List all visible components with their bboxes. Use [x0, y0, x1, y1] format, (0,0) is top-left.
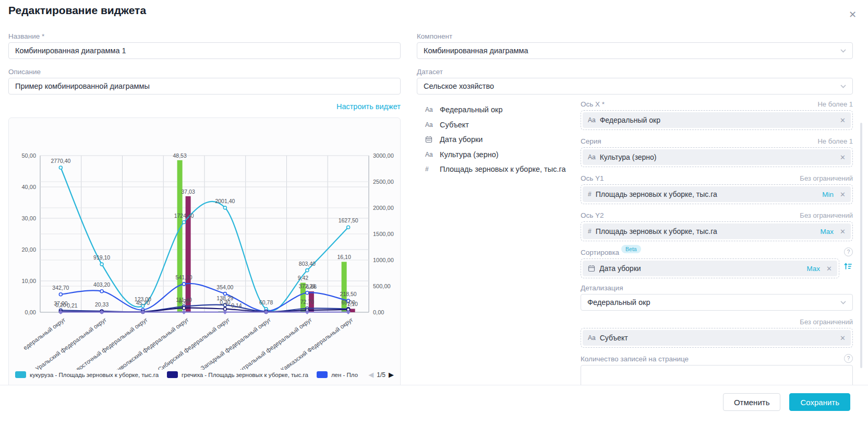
svg-text:30,00: 30,00 [21, 215, 36, 221]
svg-text:372,28: 372,28 [299, 283, 316, 289]
widget-name-input[interactable] [8, 42, 401, 59]
legend-prev-icon[interactable]: ◀ [368, 371, 373, 379]
svg-text:Центральный федеральный округ: Центральный федеральный округ [232, 316, 313, 370]
detail-label: Детализация [581, 284, 853, 292]
axis-y2-dropzone[interactable]: # Площадь зерновых к уборке, тыс.га Max … [581, 221, 853, 241]
series-swatch-navy [167, 371, 178, 378]
chip-label: Площадь зерновых к уборке, тыс.га [596, 227, 717, 235]
remove-icon[interactable]: ✕ [840, 191, 846, 198]
breakdown-dropzone[interactable]: Aa Субъект ✕ [581, 328, 853, 348]
axis-y2-chip[interactable]: # Площадь зерновых к уборке, тыс.га Max … [583, 223, 851, 239]
svg-text:342,70: 342,70 [52, 285, 69, 291]
svg-text:65,00: 65,00 [341, 299, 355, 305]
axis-x-chip[interactable]: Aa Федеральный окр ✕ [583, 112, 851, 128]
series-label: Серия [581, 137, 601, 145]
svg-text:едеральный округ: едеральный округ [22, 316, 66, 351]
scrollbar[interactable] [860, 123, 862, 368]
axis-y1-chip[interactable]: # Площадь зерновых к уборке, тыс.га Min … [583, 186, 851, 202]
svg-text:60,78: 60,78 [259, 299, 273, 305]
field-item-subekt[interactable]: Aa Субъект [425, 117, 576, 133]
remove-icon[interactable]: ✕ [840, 334, 846, 342]
legend-item[interactable]: гречиха - Площадь зерновых к уборке, тыс… [167, 371, 308, 378]
dataset-fields-list: Aa Федеральный окр Aa Субъект Дата уборк… [425, 102, 576, 177]
svg-text:0,00: 0,00 [25, 309, 36, 315]
chevron-down-icon [840, 49, 846, 53]
field-label: Дата уборки [440, 135, 483, 144]
axis-y1-label: Ось Y1 [581, 174, 604, 182]
text-field-icon: Aa [425, 151, 436, 158]
widget-description-input[interactable] [8, 78, 401, 95]
series-dropzone[interactable]: Aa Культура (зерно) ✕ [581, 147, 853, 167]
chart-legend: кукуруза - Площадь зерновых к уборке, ты… [9, 370, 400, 379]
svg-text:1724,40: 1724,40 [174, 213, 194, 219]
breakdown-chip[interactable]: Aa Субъект ✕ [583, 330, 851, 346]
field-item-data-uborki[interactable]: Дата уборки [425, 132, 576, 147]
legend-label: лен - Пло [331, 372, 358, 378]
svg-text:0,00: 0,00 [373, 309, 384, 315]
axis-y1-dropzone[interactable]: # Площадь зерновых к уборке, тыс.га Min … [581, 184, 853, 204]
dialog-title: Редактирование виджета [8, 4, 146, 17]
sort-direction-icon[interactable] [843, 262, 853, 273]
field-item-kultura[interactable]: Aa Культура (зерно) [425, 147, 576, 162]
component-label: Компонент [417, 32, 853, 40]
svg-text:2770,40: 2770,40 [51, 158, 70, 164]
svg-text:16,10: 16,10 [337, 254, 351, 260]
svg-text:218,50: 218,50 [340, 291, 357, 297]
widget-name-label: Название * [8, 32, 401, 40]
field-item-ploshchad[interactable]: # Площадь зерновых к уборке, тыс.га [425, 162, 576, 177]
svg-text:45,70: 45,70 [136, 300, 150, 306]
records-per-page-label: Количество записей на странице [581, 355, 689, 363]
svg-text:Сибирский федеральный округ: Сибирский федеральный округ [156, 316, 231, 370]
svg-text:37,03: 37,03 [181, 188, 195, 195]
dataset-select[interactable]: Сельское хозяйство [417, 78, 853, 95]
aggregation-selector[interactable]: Max [821, 228, 834, 235]
chip-label: Площадь зерновых к уборке, тыс.га [596, 190, 717, 198]
field-label: Федеральный окр [440, 105, 502, 114]
svg-text:2000,00: 2000,00 [373, 205, 394, 211]
remove-icon[interactable]: ✕ [840, 154, 846, 161]
axis-y2-limit: Без ограничений [800, 211, 853, 219]
calendar-icon [588, 265, 595, 272]
dataset-label: Датасет [417, 68, 853, 76]
axis-x-dropzone[interactable]: Aa Федеральный окр ✕ [581, 110, 853, 130]
chip-label: Субъект [600, 334, 628, 342]
chip-label: Дата уборки [599, 264, 641, 273]
beta-badge: Beta [621, 245, 641, 253]
legend-label: кукуруза - Площадь зерновых к уборке, ты… [30, 372, 159, 378]
legend-item[interactable]: лен - Пло [317, 371, 358, 378]
left-column: Название * Описание Настроить виджет 0,0… [8, 29, 401, 392]
svg-text:1000,00: 1000,00 [373, 257, 394, 263]
svg-text:40,00: 40,00 [21, 184, 36, 190]
sorting-dropzone[interactable]: Дата уборки Max ✕ [581, 258, 839, 278]
component-select[interactable]: Комбинированная диаграмма [417, 42, 853, 59]
sorting-label: СортировкаBeta [581, 249, 641, 256]
svg-text:2500,00: 2500,00 [373, 179, 394, 185]
widget-description-label: Описание [8, 68, 401, 76]
svg-text:541,10: 541,10 [176, 274, 192, 280]
aggregation-selector[interactable]: Max [807, 265, 821, 273]
remove-icon[interactable]: ✕ [840, 228, 846, 235]
legend-label: гречиха - Площадь зерновых к уборке, тыс… [182, 372, 308, 378]
field-label: Площадь зерновых к уборке, тыс.га [440, 165, 565, 173]
save-button[interactable]: Сохранить [789, 393, 850, 411]
remove-icon[interactable]: ✕ [826, 265, 832, 273]
configure-widget-link[interactable]: Настроить виджет [336, 102, 401, 111]
aggregation-selector[interactable]: Min [822, 191, 834, 198]
legend-item[interactable]: кукуруза - Площадь зерновых к уборке, ты… [15, 371, 159, 378]
remove-icon[interactable]: ✕ [840, 116, 846, 124]
help-icon[interactable]: ? [844, 248, 853, 256]
field-item-federalnyj-okr[interactable]: Aa Федеральный окр [425, 102, 576, 117]
help-icon[interactable]: ? [844, 354, 853, 363]
series-swatch-blue [317, 371, 328, 378]
series-chip[interactable]: Aa Культура (зерно) ✕ [583, 149, 851, 165]
detail-select[interactable]: Федеральный окр [581, 294, 853, 311]
chart-panel: 0,0010,0020,0030,0040,0050,000,00500,001… [8, 117, 401, 392]
sorting-chip[interactable]: Дата уборки Max ✕ [583, 261, 837, 276]
dialog-footer: Отменить Сохранить [0, 385, 868, 436]
svg-text:2001,40: 2001,40 [215, 198, 235, 204]
cancel-button[interactable]: Отменить [723, 393, 781, 411]
detail-value: Федеральный окр [587, 298, 650, 307]
svg-text:0,30: 0,30 [220, 299, 231, 305]
close-icon[interactable]: ✕ [846, 9, 860, 20]
legend-next-icon[interactable]: ▶ [389, 371, 394, 379]
